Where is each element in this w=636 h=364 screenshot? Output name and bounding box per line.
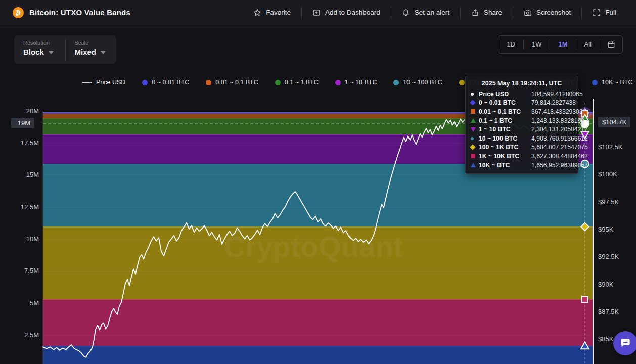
tooltip-series-name: 0.1 ~ 1 BTC [479,117,531,124]
tooltip-timestamp: 2025 May 18 19:24:11, UTC [471,80,573,87]
resolution-dropdown[interactable]: Resolution Block [14,35,65,64]
triangle-up-glyph [471,118,476,123]
tooltip-series-name: 1K ~ 10K BTC [479,153,531,160]
bell-icon [402,9,410,17]
line-glyph [82,82,92,83]
legend-item-0-01-0-1-btc[interactable]: 0.01 ~ 0.1 BTC [206,79,258,86]
tooltip-series-name: 0 ~ 0.01 BTC [479,99,531,106]
tooltip-row: 0 ~ 0.01 BTC79,814.2827438 [471,99,573,108]
tooltip-series-name: 10K ~ BTC [479,162,531,169]
tooltip-glyph-cell [471,127,479,132]
tooltip-series-name: 10 ~ 100 BTC [479,135,531,142]
camera-icon [524,9,532,17]
button-label: Full [605,9,616,16]
header-actions: FavoriteAdd to DashboardSet an alertShar… [243,7,636,19]
diamond-glyph [470,100,475,106]
chevron-down-icon [49,51,54,54]
legend-label: 0.01 ~ 0.1 BTC [215,79,258,86]
tooltip-series-name: 100 ~ 1K BTC [479,144,531,151]
diamond-glyph [470,145,475,150]
app-header: ₿ Bitcoin: UTXO Value Bands FavoriteAdd … [0,0,636,25]
tooltip-glyph-cell [471,118,479,123]
tooltip-glyph-cell [471,109,479,114]
button-label: Favorite [266,9,291,16]
tooltip-series-value: 367,418.43329303 [531,108,583,115]
tooltip-row: 10 ~ 100 BTC4,903,760.91366612 [471,134,573,143]
dot-glyph [142,80,148,85]
bitcoin-icon: ₿ [12,6,25,19]
share-button[interactable]: Share [460,7,513,19]
button-label: Set an alert [415,9,449,16]
tooltip-series-value: 1,243,133.8328199 [531,117,584,124]
dot-glyph [459,80,465,85]
resolution-value: Block [23,48,44,56]
legend-item-10k-btc[interactable]: 10K ~ BTC [592,79,633,86]
set-alert-button[interactable]: Set an alert [391,7,460,19]
page-title: Bitcoin: UTXO Value Bands [29,8,130,17]
favorite-button[interactable]: Favorite [243,7,301,19]
tooltip-series-value: 4,903,760.91366612 [531,135,588,142]
tooltip-rows: Price USD104,599.412800650 ~ 0.01 BTC79,… [471,89,573,169]
triangle-down-glyph [471,127,476,132]
square-glyph [471,154,475,158]
chat-widget-button[interactable] [613,331,636,355]
tooltip-series-value: 5,684,007.21547075 [531,144,588,151]
dot-glyph [206,80,211,85]
chart-title-group: ₿ Bitcoin: UTXO Value Bands [0,7,130,18]
range-selector: 1D1W1MAll [498,35,623,54]
chat-bubble-icon [619,337,632,350]
legend-item-price-usd[interactable]: Price USD [82,79,125,86]
dot-glyph [592,80,598,85]
tooltip-series-value: 1,656,952.96389057 [531,162,588,169]
watermark: CryptoQuant [224,230,403,263]
calendar-icon[interactable] [600,40,622,49]
tooltip-row: 100 ~ 1K BTC5,684,007.21547075 [471,143,573,152]
legend-item-10-100-btc[interactable]: 10 ~ 100 BTC [393,79,442,86]
triangle-up-glyph [471,163,476,167]
star-icon [253,9,261,17]
range-option-1w[interactable]: 1W [523,40,550,49]
legend-item-1-10-btc[interactable]: 1 ~ 10 BTC [335,79,377,86]
tooltip-series-name: 0.01 ~ 0.1 BTC [479,108,531,115]
tooltip-glyph-cell [471,101,479,105]
add-to-dashboard-button[interactable]: Add to Dashboard [301,7,391,19]
dot-glyph [335,80,341,85]
range-option-1d[interactable]: 1D [498,40,523,49]
dot-glyph [393,80,399,85]
range-option-1m[interactable]: 1M [550,40,575,49]
full-button[interactable]: Full [581,7,627,19]
resolution-label: Resolution [23,40,65,46]
button-label: Add to Dashboard [325,9,380,16]
scale-value: Mixed [75,48,97,56]
tooltip-glyph-cell [471,145,479,149]
chart-tooltip: 2025 May 18 19:24:11, UTC Price USD104,5… [465,76,578,174]
dashboard-add-icon [312,9,321,17]
scale-dropdown[interactable]: Scale Mixed [66,35,117,64]
tooltip-series-value: 104,599.41280065 [531,90,583,98]
tooltip-series-name: Price USD [479,90,531,98]
tooltip-row: 1 ~ 10 BTC2,304,131.20504217 [471,125,573,134]
legend-item-0-1-1-btc[interactable]: 0.1 ~ 1 BTC [275,79,319,86]
bullet-glyph [471,93,474,96]
legend-label: 10 ~ 100 BTC [403,79,442,86]
fullscreen-icon [593,9,601,17]
legend-label: Price USD [96,79,125,86]
tooltip-row: Price USD104,599.41280065 [471,89,573,99]
tooltip-row: 1K ~ 10K BTC3,627,308.44804462 [471,152,573,161]
tooltip-row: 0.1 ~ 1 BTC1,243,133.8328199 [471,116,573,125]
cursor-marker-1k-10k-btc [582,296,588,302]
screenshot-button[interactable]: Screenshot [513,7,581,19]
share-icon [471,9,479,17]
chart-controls: Resolution Block Scale Mixed [14,35,116,64]
bullet-glyph [471,137,474,140]
button-label: Screenshot [536,9,571,16]
legend-item-0-0-01-btc[interactable]: 0 ~ 0.01 BTC [142,79,189,86]
legend-label: 0.1 ~ 1 BTC [285,79,319,86]
tooltip-series-name: 1 ~ 10 BTC [479,126,531,133]
tooltip-row: 0.01 ~ 0.1 BTC367,418.43329303 [471,107,573,116]
legend-label: 1 ~ 10 BTC [345,79,377,86]
legend-label: 0 ~ 0.01 BTC [152,79,189,86]
range-option-all[interactable]: All [576,40,600,49]
tooltip-series-value: 3,627,308.44804462 [531,153,588,160]
tooltip-glyph-cell [471,163,479,167]
